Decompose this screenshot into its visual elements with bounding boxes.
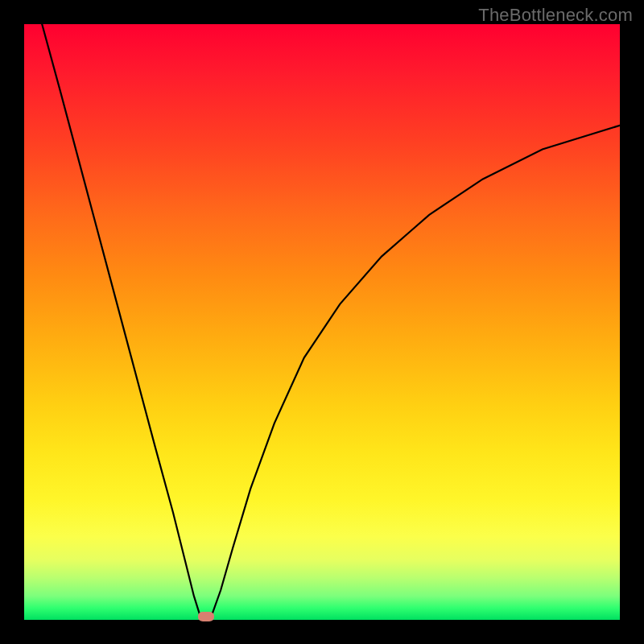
bottleneck-curve (24, 24, 620, 620)
chart-frame: TheBottleneck.com (0, 0, 644, 644)
plot-area (24, 24, 620, 620)
curve-right-branch (212, 126, 620, 615)
watermark-text: TheBottleneck.com (478, 5, 633, 26)
minimum-marker (198, 612, 214, 621)
curve-left-branch (42, 24, 200, 615)
